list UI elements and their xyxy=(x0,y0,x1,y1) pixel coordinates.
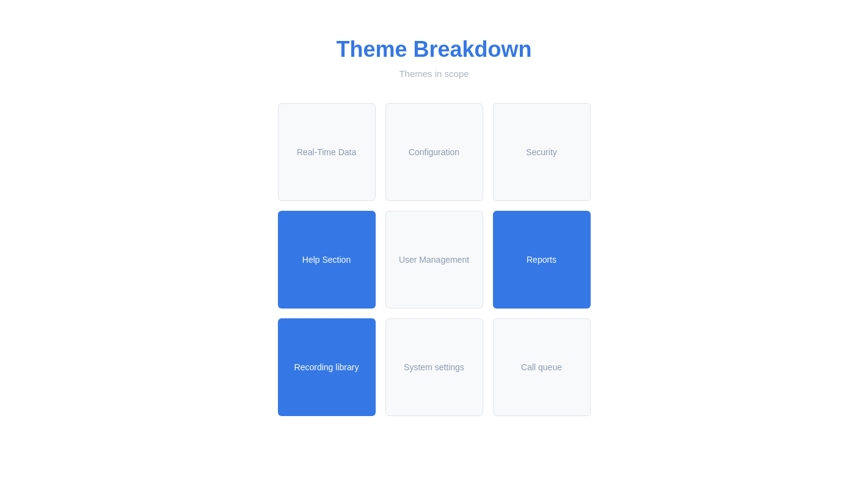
page-title: Theme Breakdown xyxy=(336,37,531,62)
grid-cell-security[interactable]: Security xyxy=(493,103,591,201)
grid-cell-recording-library[interactable]: Recording library xyxy=(278,318,376,416)
grid-cell-user-management[interactable]: User Management xyxy=(385,211,483,309)
grid-cell-system-settings[interactable]: System settings xyxy=(385,318,483,416)
grid-cell-reports[interactable]: Reports xyxy=(493,211,591,309)
page-header: Theme Breakdown Themes in scope xyxy=(336,37,531,79)
grid-cell-help-section[interactable]: Help Section xyxy=(278,211,376,309)
theme-grid: Real-Time DataConfigurationSecurityHelp … xyxy=(278,103,591,416)
grid-cell-real-time-data[interactable]: Real-Time Data xyxy=(278,103,376,201)
grid-cell-call-queue[interactable]: Call queue xyxy=(493,318,591,416)
page-subtitle: Themes in scope xyxy=(336,68,531,79)
grid-cell-configuration[interactable]: Configuration xyxy=(385,103,483,201)
